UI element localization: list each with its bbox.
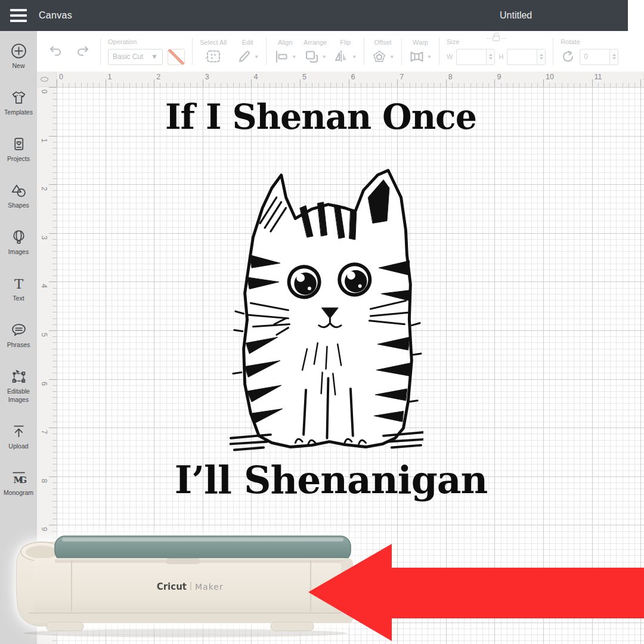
chevron-down-icon: ▼ bbox=[151, 52, 158, 61]
sidebar-item-images[interactable]: Images bbox=[0, 225, 37, 272]
ruler-number: 6 bbox=[40, 382, 48, 386]
new-plus-icon bbox=[11, 43, 27, 59]
ruler-number: 7 bbox=[400, 73, 404, 81]
sidebar-item-label: Monogram bbox=[1, 488, 36, 497]
chevron-down-icon: ▼ bbox=[292, 54, 296, 60]
tshirt-icon bbox=[11, 89, 27, 106]
sidebar-item-shapes[interactable]: Shapes bbox=[0, 179, 37, 225]
height-input[interactable] bbox=[507, 49, 537, 65]
warp-label: Warp bbox=[413, 39, 428, 46]
flip-icon bbox=[334, 49, 349, 64]
document-title[interactable]: Untitled bbox=[500, 10, 532, 21]
arrange-label: Arrange bbox=[304, 39, 327, 46]
sidebar-item-label: Upload bbox=[1, 442, 36, 450]
ruler-number: 10 bbox=[546, 73, 554, 81]
rotate-label: Rotate bbox=[561, 38, 580, 45]
ruler-number: 5 bbox=[302, 73, 306, 81]
horizontal-ruler: 0123456789101112 bbox=[57, 72, 644, 87]
warp-icon bbox=[409, 49, 425, 64]
machine-model-label: Maker bbox=[195, 582, 224, 592]
ruler-number: 9 bbox=[497, 73, 501, 81]
top-bar: Canvas Untitled bbox=[0, 0, 628, 31]
ruler-origin-icon bbox=[41, 77, 48, 82]
width-stepper[interactable] bbox=[486, 49, 495, 65]
ruler-number: 0 bbox=[40, 89, 48, 94]
ruler-number: 8 bbox=[448, 73, 453, 81]
sidebar-item-label: Text bbox=[1, 294, 36, 302]
ruler-number: 1 bbox=[108, 73, 112, 81]
sidebar-item-templates[interactable]: Templates bbox=[0, 86, 37, 132]
edit-toolbar: Operation Basic Cut▼ Select All Edit ▼ A… bbox=[37, 31, 644, 72]
align-group[interactable]: Align ▼ bbox=[274, 39, 296, 64]
canvas-text-bottom[interactable]: I’ll Shenanigan bbox=[175, 458, 488, 502]
text-icon: T bbox=[11, 275, 27, 292]
pencil-icon bbox=[236, 49, 252, 64]
operation-select[interactable]: Basic Cut▼ bbox=[108, 49, 163, 65]
sidebar-item-label: Editable Images bbox=[1, 387, 36, 404]
align-icon bbox=[274, 49, 289, 64]
flip-group[interactable]: Flip ▼ bbox=[334, 39, 357, 64]
ruler-number: 4 bbox=[253, 73, 258, 81]
sidebar-item-label: Templates bbox=[1, 108, 36, 116]
ruler-number: 0 bbox=[59, 73, 63, 81]
size-group: Size W H bbox=[447, 38, 546, 65]
chevron-down-icon: ▼ bbox=[322, 54, 327, 60]
sidebar-item-upload[interactable]: Upload bbox=[0, 420, 37, 466]
operation-value: Basic Cut bbox=[113, 52, 143, 61]
arrange-group[interactable]: Arrange ▼ bbox=[304, 39, 327, 64]
project-card-icon bbox=[11, 136, 27, 152]
color-swatch[interactable] bbox=[168, 49, 185, 65]
sidebar-item-new[interactable]: New bbox=[0, 39, 37, 86]
ruler-number: 11 bbox=[595, 73, 602, 81]
monogram-icon: MG bbox=[11, 470, 27, 486]
select-all-icon bbox=[206, 49, 221, 64]
edit-label: Edit bbox=[242, 39, 253, 46]
width-label: W bbox=[447, 53, 453, 60]
redo-icon bbox=[75, 44, 91, 57]
svg-text:G: G bbox=[19, 474, 27, 485]
sidebar-item-label: New bbox=[1, 61, 36, 70]
upload-icon bbox=[11, 423, 27, 439]
height-stepper[interactable] bbox=[537, 49, 546, 65]
balloon-icon bbox=[11, 229, 27, 245]
ruler-number: 3 bbox=[40, 236, 48, 240]
rotate-icon[interactable] bbox=[561, 49, 576, 64]
size-lock-icon[interactable] bbox=[487, 36, 506, 41]
speech-bubble-icon bbox=[11, 322, 27, 338]
sidebar-item-label: Images bbox=[1, 247, 36, 256]
machine-brand-label: Cricut bbox=[157, 581, 187, 592]
flip-label: Flip bbox=[340, 39, 351, 46]
edit-group[interactable]: Edit ▼ bbox=[236, 39, 259, 64]
offset-group[interactable]: Offset ▼ bbox=[371, 39, 394, 64]
editable-selection-icon bbox=[11, 369, 27, 385]
ruler-number: 4 bbox=[40, 284, 48, 288]
sidebar-item-editable-images[interactable]: Editable Images bbox=[0, 365, 37, 420]
sidebar-item-label: Shapes bbox=[1, 201, 36, 209]
sidebar-item-label: Projects bbox=[1, 154, 36, 163]
select-all-group[interactable]: Select All bbox=[200, 39, 227, 64]
operation-label: Operation bbox=[108, 38, 137, 45]
canvas-text-top[interactable]: If I Shenan Once bbox=[165, 97, 476, 137]
ruler-number: 6 bbox=[351, 73, 355, 81]
sidebar-item-label: Phrases bbox=[1, 340, 36, 349]
sidebar-item-monogram[interactable]: MG Monogram bbox=[0, 466, 37, 513]
menu-icon[interactable] bbox=[0, 0, 37, 31]
undo-button[interactable] bbox=[48, 44, 63, 59]
offset-label: Offset bbox=[374, 39, 392, 46]
sidebar-item-projects[interactable]: Projects bbox=[0, 132, 37, 179]
sidebar-item-text[interactable]: T Text bbox=[0, 272, 37, 318]
ruler-number: 1 bbox=[40, 138, 48, 143]
warp-group[interactable]: Warp ▼ bbox=[409, 39, 432, 64]
chevron-down-icon: ▼ bbox=[427, 54, 432, 60]
red-arrow bbox=[298, 535, 644, 644]
ruler-number: 3 bbox=[205, 73, 209, 81]
rotate-input[interactable] bbox=[580, 49, 609, 65]
sidebar-item-phrases[interactable]: Phrases bbox=[0, 318, 37, 365]
width-input[interactable] bbox=[456, 49, 486, 65]
kitten-sketch-artwork[interactable] bbox=[230, 165, 423, 463]
redo-button[interactable] bbox=[75, 44, 91, 59]
rotate-stepper[interactable] bbox=[609, 49, 618, 65]
ruler-number: 2 bbox=[156, 73, 160, 81]
size-label: Size bbox=[447, 38, 459, 45]
chevron-down-icon: ▼ bbox=[254, 54, 259, 60]
